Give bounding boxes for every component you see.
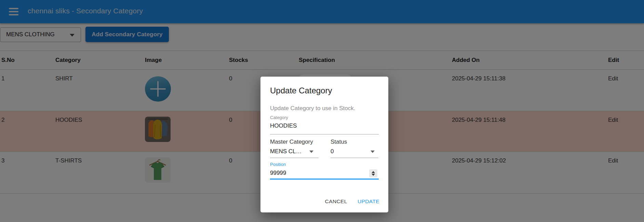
stepper-down-icon [372,174,375,176]
dialog-subtitle: Update Category to use in Stock. [270,105,355,112]
chevron-down-icon [371,151,375,153]
cancel-button[interactable]: CANCEL [321,195,351,208]
category-label: Category [270,115,288,120]
master-category-label: Master Category [270,139,313,145]
dialog-actions: CANCEL UPDATE [321,195,384,208]
master-select-underline [270,158,319,158]
category-input-underline [270,134,379,134]
status-select-underline [331,158,378,158]
update-category-dialog: Update Category Update Category to use i… [260,77,388,212]
stepper-up-icon [372,171,375,173]
category-input[interactable]: HOODIES [270,122,297,129]
dialog-master-category-select[interactable]: MENS CL… [270,148,302,155]
number-stepper[interactable] [369,169,377,178]
position-label: Position [270,162,286,167]
dialog-status-select[interactable]: 0 [331,148,334,155]
status-label: Status [331,139,347,145]
chevron-down-icon [309,151,313,153]
update-button[interactable]: UPDATE [353,195,384,208]
page: chennai sliks - Secondary Category MENS … [0,0,644,222]
position-input-focus-underline [270,179,379,180]
dialog-title: Update Category [270,86,332,95]
position-input[interactable]: 99999 [270,170,286,177]
